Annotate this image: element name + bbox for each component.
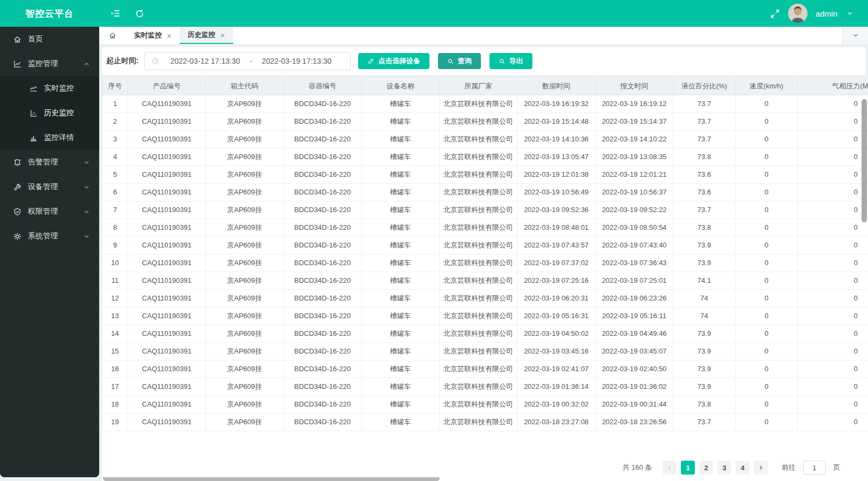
table-cell: 2022-03-19 07:25:01 bbox=[596, 272, 673, 289]
sidebar-item-realtime-monitor[interactable]: 实时监控 bbox=[0, 76, 99, 101]
table-cell: 京AP609挂 bbox=[206, 166, 284, 183]
goto-page-input[interactable] bbox=[803, 461, 826, 475]
table-cell: 1 bbox=[102, 95, 128, 112]
table-cell: BDCD34D-16-220 bbox=[284, 183, 362, 201]
table-row: 19CAQ110190391京AP609挂BDCD34D-16-220槽罐车北京… bbox=[102, 413, 868, 431]
sidebar-item-label: 权限管理 bbox=[28, 207, 77, 216]
table-cell: 0 bbox=[736, 378, 798, 395]
table-cell: 2022-03-19 00:32:02 bbox=[517, 395, 596, 413]
table-cell: 13 bbox=[102, 307, 128, 325]
username[interactable]: admin bbox=[815, 9, 837, 18]
sidebar-item-history-monitor[interactable]: 历史监控 bbox=[0, 101, 99, 125]
sidebar-item-device-management[interactable]: 设备管理 bbox=[0, 175, 99, 199]
tab-home[interactable] bbox=[99, 27, 126, 44]
fullscreen-icon[interactable] bbox=[770, 9, 780, 19]
user-avatar[interactable] bbox=[788, 4, 807, 23]
table-cell: 73.9 bbox=[673, 378, 736, 395]
app-header: 智控云平台 admin bbox=[0, 0, 868, 27]
tab-history-monitor[interactable]: 历史监控 × bbox=[180, 27, 233, 44]
table-cell: BDCD34D-16-220 bbox=[284, 272, 362, 289]
chevron-down-icon bbox=[83, 159, 91, 167]
table-cell: BDCD34D-16-220 bbox=[284, 378, 362, 395]
sidebar-item-alarm-management[interactable]: 告警管理 bbox=[0, 150, 99, 175]
table-cell: 2022-03-19 02:41:07 bbox=[517, 360, 596, 378]
page-button-1[interactable]: 1 bbox=[681, 461, 695, 475]
query-button[interactable]: 查询 bbox=[438, 53, 481, 69]
export-button[interactable]: 导出 bbox=[489, 53, 532, 69]
sidebar-collapse-icon[interactable] bbox=[110, 8, 121, 19]
table-cell: CAQ110190391 bbox=[128, 112, 206, 130]
page-button-4[interactable]: 4 bbox=[736, 461, 750, 475]
table-row: 10CAQ110190391京AP609挂BDCD34D-16-220槽罐车北京… bbox=[102, 254, 868, 272]
page-suffix: 页 bbox=[833, 463, 840, 472]
page-button-3[interactable]: 3 bbox=[717, 461, 731, 475]
table-cell: 5 bbox=[102, 166, 128, 183]
clock-icon bbox=[151, 57, 160, 65]
sidebar-item-monitor-detail[interactable]: 监控详情 bbox=[0, 125, 99, 150]
table-row: 13CAQ110190391京AP609挂BDCD34D-16-220槽罐车北京… bbox=[102, 307, 868, 325]
table-cell: 0 bbox=[736, 95, 798, 112]
table-cell: 2022-03-19 14:10:22 bbox=[596, 130, 673, 148]
table-cell: 0 bbox=[798, 148, 868, 166]
page-button-2[interactable]: 2 bbox=[699, 461, 713, 475]
sidebar-item-monitor-management[interactable]: 监控管理 bbox=[0, 51, 99, 76]
table-cell: BDCD34D-16-220 bbox=[284, 325, 362, 342]
home-icon bbox=[13, 35, 22, 44]
refresh-icon[interactable] bbox=[135, 9, 145, 19]
table-cell: CAQ110190391 bbox=[128, 378, 206, 395]
sidebar-item-system-management[interactable]: 系统管理 bbox=[0, 224, 99, 249]
table-cell: 2022-03-19 09:52:22 bbox=[596, 201, 673, 219]
select-device-button[interactable]: 点击选择设备 bbox=[358, 53, 429, 69]
chevron-down-icon[interactable] bbox=[845, 9, 854, 18]
vertical-scrollbar-thumb[interactable] bbox=[862, 99, 867, 222]
table-row: 8CAQ110190391京AP609挂BDCD34D-16-220槽罐车北京芸… bbox=[102, 219, 868, 236]
button-label: 导出 bbox=[509, 56, 523, 66]
table-cell: 京AP609挂 bbox=[206, 201, 284, 219]
next-page-button[interactable] bbox=[754, 461, 768, 475]
tab-realtime-monitor[interactable]: 实时监控 × bbox=[126, 27, 180, 44]
table-cell: BDCD34D-16-220 bbox=[284, 307, 362, 325]
table-cell: 槽罐车 bbox=[362, 183, 440, 201]
table-cell: CAQ110190391 bbox=[128, 325, 206, 342]
table-cell: 0 bbox=[798, 342, 868, 360]
table-cell: 2022-03-19 14:10:36 bbox=[517, 130, 596, 148]
table-cell: 京AP609挂 bbox=[206, 378, 284, 395]
sidebar-item-label: 告警管理 bbox=[28, 157, 77, 167]
end-date-value[interactable]: 2022-03-19 17:13:30 bbox=[262, 57, 331, 65]
table-row: 2CAQ110190391京AP609挂BDCD34D-16-220槽罐车北京芸… bbox=[102, 112, 868, 130]
table-cell: 2022-03-19 08:50:54 bbox=[596, 219, 673, 236]
date-range-input[interactable]: 2022-03-12 17:13:30 - 2022-03-19 17:13:3… bbox=[144, 52, 351, 70]
pagination: 共 160 条 1 2 3 4 前往 页 bbox=[102, 458, 868, 477]
table-cell: CAQ110190391 bbox=[128, 183, 206, 201]
start-date-value[interactable]: 2022-03-12 17:13:30 bbox=[170, 57, 240, 65]
table-row: 9CAQ110190391京AP609挂BDCD34D-16-220槽罐车北京芸… bbox=[102, 236, 868, 254]
table-row: 14CAQ110190391京AP609挂BDCD34D-16-220槽罐车北京… bbox=[102, 325, 868, 342]
table-cell: 0 bbox=[798, 378, 868, 395]
table-cell: 北京芸联科技有限公司 bbox=[440, 201, 517, 219]
tab-list-dropdown[interactable] bbox=[842, 27, 868, 44]
table-cell: 8 bbox=[102, 219, 128, 236]
table-cell: 73.9 bbox=[673, 342, 736, 360]
table-cell: 0 bbox=[736, 130, 798, 148]
table-cell: BDCD34D-16-220 bbox=[284, 395, 362, 413]
sidebar-item-home[interactable]: 首页 bbox=[0, 27, 99, 51]
table-row: 16CAQ110190391京AP609挂BDCD34D-16-220槽罐车北京… bbox=[102, 360, 868, 378]
table-cell: 73.7 bbox=[673, 201, 736, 219]
sidebar-item-permission-management[interactable]: 权限管理 bbox=[0, 199, 99, 224]
table-cell: BDCD34D-16-220 bbox=[284, 219, 362, 236]
table-cell: BDCD34D-16-220 bbox=[284, 112, 362, 130]
table-cell: 2022-03-19 13:05:47 bbox=[517, 148, 596, 166]
table-cell: 0 bbox=[736, 112, 798, 130]
table-cell: 2022-03-19 05:16:11 bbox=[596, 307, 673, 325]
table-cell: 北京芸联科技有限公司 bbox=[440, 272, 517, 289]
table-cell: 2022-03-19 15:14:48 bbox=[517, 112, 596, 130]
table-cell: 0 bbox=[736, 166, 798, 183]
close-icon[interactable]: × bbox=[220, 31, 225, 39]
table-cell: 73.9 bbox=[673, 325, 736, 342]
prev-page-button[interactable] bbox=[663, 461, 677, 475]
chevron-down-icon bbox=[83, 232, 91, 241]
table-cell: BDCD34D-16-220 bbox=[284, 413, 362, 431]
close-icon[interactable]: × bbox=[167, 32, 172, 40]
filter-bar: 起止时间: 2022-03-12 17:13:30 - 2022-03-19 1… bbox=[102, 47, 865, 75]
table-cell: 2022-03-19 07:43:57 bbox=[517, 236, 596, 254]
